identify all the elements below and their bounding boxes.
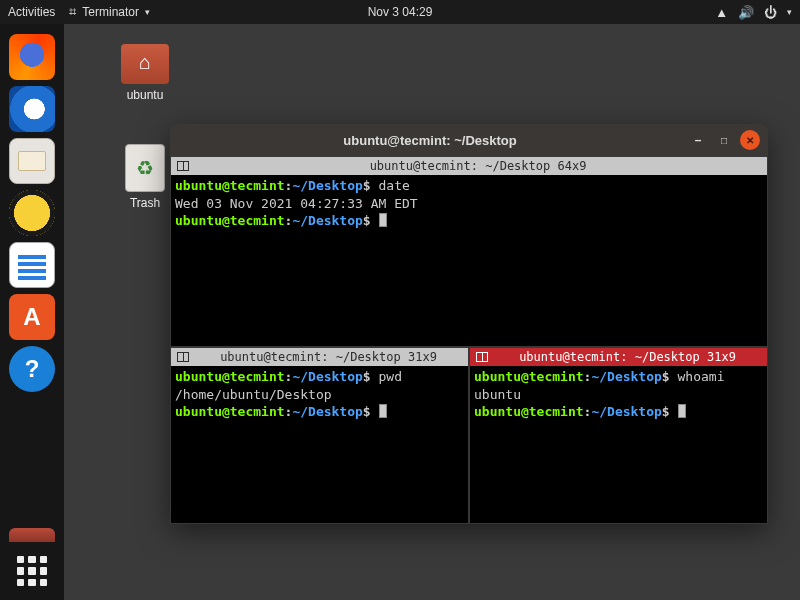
cursor — [379, 404, 387, 418]
terminal-pane-top[interactable]: ubuntu@tecmint: ~/Desktop 64x9 ubuntu@te… — [170, 156, 768, 347]
dock-firefox[interactable] — [9, 34, 55, 80]
app-menu-label: Terminator — [82, 5, 139, 19]
window-minimize-button[interactable] — [688, 130, 708, 150]
dock-software[interactable] — [9, 294, 55, 340]
network-icon[interactable]: ▲ — [715, 5, 728, 20]
app-menu[interactable]: ⌗ Terminator ▾ — [69, 4, 150, 20]
terminal-pane-left[interactable]: ubuntu@tecmint: ~/Desktop 31x9 ubuntu@te… — [170, 347, 469, 524]
terminal-body-top[interactable]: ubuntu@tecmint:~/Desktop$ date Wed 03 No… — [171, 175, 767, 346]
terminator-app-icon: ⌗ — [69, 4, 76, 20]
dock-writer[interactable] — [9, 242, 55, 288]
desktop-icon-home[interactable]: ubuntu — [110, 44, 180, 102]
pane-tab-right[interactable]: ubuntu@tecmint: ~/Desktop 31x9 — [470, 348, 767, 366]
split-layout-icon — [476, 352, 488, 362]
home-folder-icon — [121, 44, 169, 84]
pane-tab-left-label: ubuntu@tecmint: ~/Desktop 31x9 — [195, 350, 462, 364]
gnome-topbar: Activities ⌗ Terminator ▾ Nov 3 04:29 ▲ … — [0, 0, 800, 24]
cursor — [678, 404, 686, 418]
volume-icon[interactable]: 🔊 — [738, 5, 754, 20]
dock-partial-icon[interactable] — [9, 528, 55, 542]
pane-tab-left[interactable]: ubuntu@tecmint: ~/Desktop 31x9 — [171, 348, 468, 366]
dock: ? — [0, 24, 64, 600]
cursor — [379, 213, 387, 227]
desktop-icon-home-label: ubuntu — [110, 88, 180, 102]
chevron-down-icon: ▾ — [145, 7, 150, 17]
activities-button[interactable]: Activities — [8, 5, 55, 19]
pane-tab-top[interactable]: ubuntu@tecmint: ~/Desktop 64x9 — [171, 157, 767, 175]
dock-help[interactable]: ? — [9, 346, 55, 392]
split-layout-icon — [177, 161, 189, 171]
dock-rhythmbox[interactable] — [9, 190, 55, 236]
system-menu-chevron-icon[interactable]: ▾ — [787, 7, 792, 17]
clock[interactable]: Nov 3 04:29 — [368, 5, 433, 19]
trash-icon: ♻ — [125, 144, 165, 192]
terminal-pane-right[interactable]: ubuntu@tecmint: ~/Desktop 31x9 ubuntu@te… — [469, 347, 768, 524]
terminal-body-left[interactable]: ubuntu@tecmint:~/Desktop$ pwd /home/ubun… — [171, 366, 468, 523]
window-close-button[interactable] — [740, 130, 760, 150]
window-maximize-button[interactable] — [714, 130, 734, 150]
window-title: ubuntu@tecmint: ~/Desktop — [178, 133, 682, 148]
dock-files[interactable] — [9, 138, 55, 184]
power-icon[interactable]: ⏻ — [764, 5, 777, 20]
terminator-window: ubuntu@tecmint: ~/Desktop ubuntu@tecmint… — [170, 124, 768, 524]
terminal-body-right[interactable]: ubuntu@tecmint:~/Desktop$ whoami ubuntu … — [470, 366, 767, 523]
pane-tab-top-label: ubuntu@tecmint: ~/Desktop 64x9 — [195, 159, 761, 173]
window-titlebar[interactable]: ubuntu@tecmint: ~/Desktop — [170, 124, 768, 156]
show-applications-button[interactable] — [9, 548, 55, 594]
split-layout-icon — [177, 352, 189, 362]
dock-thunderbird[interactable] — [9, 86, 55, 132]
pane-tab-right-label: ubuntu@tecmint: ~/Desktop 31x9 — [494, 350, 761, 364]
